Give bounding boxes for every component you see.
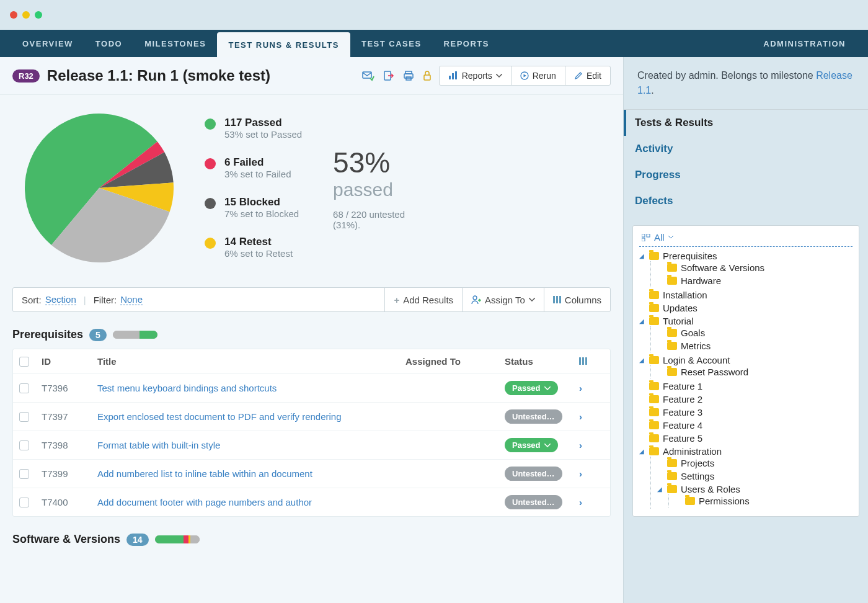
tree-item[interactable]: Goals (657, 328, 852, 338)
export-icon[interactable] (383, 70, 394, 81)
tree-label: Prerequisites (663, 251, 717, 261)
sidebar-tab-activity[interactable]: Activity (624, 136, 868, 162)
tree-item[interactable]: ◢Prerequisites (639, 251, 852, 261)
rerun-button[interactable]: Rerun (511, 66, 565, 85)
tree-node: Goals (657, 326, 852, 339)
tree-item[interactable]: Feature 4 (639, 420, 852, 431)
folder-icon (667, 329, 677, 337)
col-config-icon[interactable] (579, 356, 604, 367)
row-expand-icon[interactable]: › (579, 411, 604, 422)
legend-count: 117 Passed (224, 117, 302, 129)
sidebar-tab-tests-results[interactable]: Tests & Results (624, 110, 868, 136)
status-pill[interactable]: Untested… (505, 409, 562, 424)
test-title-link[interactable]: Add numbered list to inline table within… (97, 468, 405, 479)
row-expand-icon[interactable]: › (579, 497, 604, 507)
select-all-checkbox[interactable] (19, 357, 29, 367)
tree-item[interactable]: Hardware (657, 275, 852, 286)
tree-collapse-icon[interactable]: ◢ (639, 252, 645, 259)
row-expand-icon[interactable]: › (579, 468, 604, 479)
tree-all-link[interactable]: All (639, 230, 852, 247)
folder-icon (649, 447, 659, 455)
sidebar-tab-defects[interactable]: Defects (624, 188, 868, 214)
columns-button[interactable]: Columns (544, 288, 610, 311)
tree-item[interactable]: ◢Login & Account (639, 355, 852, 365)
folder-icon (649, 252, 659, 260)
minimize-window-icon[interactable] (22, 11, 30, 19)
tree-item[interactable]: Feature 1 (639, 381, 852, 391)
sort-value[interactable]: Section (45, 294, 76, 305)
tree-item[interactable]: ◢Administration (639, 446, 852, 457)
tree-collapse-icon[interactable]: ◢ (639, 318, 645, 324)
test-title-link[interactable]: Test menu keyboard bindings and shortcut… (97, 383, 405, 393)
section-progress-bar (113, 331, 157, 339)
edit-label: Edit (587, 71, 601, 81)
tree-item[interactable]: Permissions (675, 496, 852, 506)
nav-test-cases[interactable]: TEST CASES (350, 30, 433, 57)
add-results-button[interactable]: + Add Results (384, 288, 462, 311)
test-title-link[interactable]: Add document footer with page numbers an… (97, 497, 405, 507)
tree-item[interactable]: Software & Versions (657, 262, 852, 273)
tree-label: Software & Versions (681, 262, 764, 273)
subscribe-icon[interactable] (362, 70, 374, 81)
assign-to-button[interactable]: Assign To (462, 288, 544, 311)
nav-milestones[interactable]: MILESTONES (133, 30, 217, 57)
row-checkbox[interactable] (19, 412, 29, 422)
table-header-row: ID Title Assigned To Status (13, 349, 610, 373)
tree-collapse-icon[interactable]: ◢ (639, 448, 645, 455)
tree-node: Feature 2 (639, 393, 852, 406)
nav-test-runs-results[interactable]: TEST RUNS & RESULTS (217, 32, 350, 57)
tree-item[interactable]: Feature 2 (639, 394, 852, 404)
row-checkbox[interactable] (19, 383, 29, 393)
row-checkbox[interactable] (19, 440, 29, 450)
sidebar-tabs: Tests & ResultsActivityProgressDefects (624, 109, 868, 214)
tree-node: ◢AdministrationProjectsSettings◢Users & … (639, 445, 852, 510)
results-toolbar: Sort: Section | Filter: None + Add Resul… (12, 287, 611, 312)
test-title-link[interactable]: Format table with built-in style (97, 440, 405, 450)
nav-administration[interactable]: ADMINISTRATION (752, 30, 857, 57)
test-id: T7400 (42, 497, 97, 507)
tree-item[interactable]: Installation (639, 290, 852, 300)
tree-item[interactable]: Feature 3 (639, 407, 852, 418)
test-title-link[interactable]: Export enclosed test document to PDF and… (97, 411, 405, 422)
status-pill[interactable]: Untested… (505, 495, 562, 509)
edit-button[interactable]: Edit (565, 66, 610, 85)
tree-item[interactable]: Reset Password (657, 367, 852, 377)
status-pill[interactable]: Untested… (505, 467, 562, 481)
folder-icon (667, 485, 677, 493)
tree-collapse-icon[interactable]: ◢ (639, 357, 645, 364)
tree-item[interactable]: Updates (639, 303, 852, 313)
sidebar-tab-progress[interactable]: Progress (624, 162, 868, 188)
legend-retest: 14 Retest6% set to Retest (205, 236, 302, 259)
row-checkbox[interactable] (19, 469, 29, 479)
main-content: R32 Release 1.1: Run 1 (smoke test) Repo… (0, 57, 623, 603)
tree-collapse-icon[interactable]: ◢ (657, 486, 663, 493)
status-pill[interactable]: Passed (505, 438, 558, 452)
status-pill[interactable]: Passed (505, 381, 558, 395)
close-window-icon[interactable] (10, 11, 17, 19)
nav-todo[interactable]: TODO (84, 30, 133, 57)
folder-icon (649, 382, 659, 390)
row-expand-icon[interactable]: › (579, 440, 604, 450)
nav-reports[interactable]: REPORTS (433, 30, 500, 57)
tree-item[interactable]: ◢Tutorial (639, 316, 852, 326)
tree-label: Feature 4 (663, 420, 702, 431)
tree-item[interactable]: Settings (657, 471, 852, 481)
chart-legend: 117 Passed53% set to Passed 6 Failed3% s… (205, 117, 302, 259)
nav-overview[interactable]: OVERVIEW (11, 30, 84, 57)
row-checkbox[interactable] (19, 498, 29, 507)
print-icon[interactable] (403, 70, 414, 81)
folder-icon (649, 304, 659, 312)
tree-label: Updates (663, 303, 698, 313)
lock-icon[interactable] (423, 70, 432, 81)
tree-item[interactable]: ◢Users & Roles (657, 484, 852, 494)
folder-icon (667, 368, 677, 376)
reports-button[interactable]: Reports (440, 66, 511, 85)
tree-item[interactable]: Metrics (657, 341, 852, 351)
section-tree: All ◢PrerequisitesSoftware & VersionsHar… (632, 225, 859, 517)
tree-item[interactable]: Feature 5 (639, 433, 852, 444)
row-expand-icon[interactable]: › (579, 383, 604, 393)
maximize-window-icon[interactable] (35, 11, 42, 19)
legend-count: 6 Failed (224, 156, 291, 169)
tree-item[interactable]: Projects (657, 458, 852, 468)
filter-value[interactable]: None (120, 294, 143, 305)
